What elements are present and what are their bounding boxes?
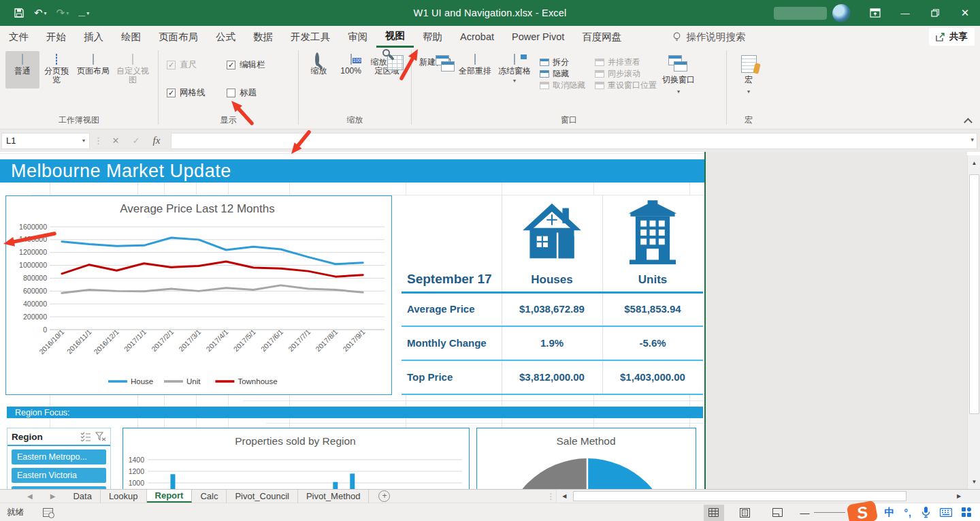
ribbon-tab-插入[interactable]: 插入 <box>75 26 112 48</box>
checkbox-编辑栏[interactable]: ✓编辑栏 <box>227 59 292 71</box>
window-button-冻结窗格[interactable]: 冻结窗格 ▾ <box>495 51 534 101</box>
row-label[interactable]: Monthly Change <box>407 337 499 349</box>
houses-value[interactable]: 1.9% <box>502 337 602 349</box>
ribbon-tab-数据[interactable]: 数据 <box>244 26 282 48</box>
share-button[interactable]: 共享 <box>929 28 975 46</box>
horizontal-scrollbar[interactable]: ◀ ▶ <box>556 490 980 503</box>
window-small-button-拆分[interactable]: 拆分 <box>540 57 585 68</box>
clear-filter-icon[interactable] <box>95 432 106 441</box>
checkbox-icon[interactable] <box>227 89 235 97</box>
houses-header[interactable]: Houses <box>502 273 602 287</box>
collapse-ribbon-button[interactable] <box>964 116 972 125</box>
ribbon-tab-文件[interactable]: 文件 <box>0 26 37 48</box>
prev-sheet-icon[interactable]: ◀ <box>27 492 33 500</box>
zoom-button-100%[interactable]: 100% <box>335 51 367 80</box>
avatar[interactable] <box>832 4 851 22</box>
slicer-item-2[interactable]: Eastern Victoria <box>12 468 106 483</box>
ime-language-toggle[interactable]: 中 <box>885 506 895 519</box>
row-label[interactable]: Average Price <box>407 303 499 315</box>
close-button[interactable]: ✕ <box>950 0 980 26</box>
properties-sold-chart[interactable]: Properties sold by Region140012001000 <box>122 428 470 489</box>
zoom-button-缩放到选定区域[interactable]: 缩放到选定区域 <box>367 51 407 80</box>
average-price-chart[interactable]: Average Price Last 12 Months020000040000… <box>5 195 392 395</box>
houses-value[interactable]: $3,812,000.00 <box>502 371 602 383</box>
view-button-普通[interactable]: 普通 <box>5 51 39 89</box>
ime-menu-grid-icon[interactable] <box>962 507 972 518</box>
scroll-right-icon[interactable]: ▶ <box>953 490 965 502</box>
row-label[interactable]: Top Price <box>407 371 499 383</box>
sheet-tab-Pivot_Council[interactable]: Pivot_Council <box>227 490 298 503</box>
switch-windows-button[interactable]: 切换窗口▾ <box>659 51 698 101</box>
zoom-slider[interactable] <box>814 512 845 514</box>
minimize-button[interactable]: — <box>890 0 920 26</box>
units-value[interactable]: $581,853.94 <box>602 303 703 315</box>
sale-method-chart[interactable]: Sale Method <box>476 428 696 489</box>
units-header[interactable]: Units <box>602 273 703 287</box>
view-button-分页预览[interactable]: 分页预览 <box>39 51 74 89</box>
ime-punctuation-toggle[interactable]: °, <box>904 507 913 518</box>
tab-scroll-splitter[interactable]: ⋮ <box>546 490 553 503</box>
window-button-新建窗口[interactable]: 新建窗口 <box>416 51 455 101</box>
sheet-tab-Data[interactable]: Data <box>65 490 100 503</box>
worksheet-area[interactable]: Melbourne Market Update Average Price La… <box>0 152 980 489</box>
units-value[interactable]: $1,403,000.00 <box>602 371 703 383</box>
page-break-view-button[interactable] <box>768 505 788 521</box>
ribbon-tab-审阅[interactable]: 审阅 <box>339 26 376 48</box>
houses-value[interactable]: $1,038,672.89 <box>502 303 602 315</box>
formula-bar-resize-handle[interactable]: ⋮ <box>94 136 101 146</box>
ribbon-tab-绘图[interactable]: 绘图 <box>112 26 150 48</box>
period-label[interactable]: September 17 <box>407 272 492 287</box>
multi-select-icon[interactable] <box>80 432 91 441</box>
window-small-button-隐藏[interactable]: 隐藏 <box>540 68 585 80</box>
microphone-icon[interactable] <box>921 507 930 518</box>
checkbox-icon[interactable]: ✓ <box>167 61 176 69</box>
ribbon-tab-视图[interactable]: 视图 <box>376 26 414 48</box>
sheet-tab-Lookup[interactable]: Lookup <box>101 490 147 503</box>
checkbox-网格线[interactable]: ✓网格线 <box>167 87 227 99</box>
next-sheet-icon[interactable]: ▶ <box>50 492 56 500</box>
ribbon-tab-公式[interactable]: 公式 <box>207 26 244 48</box>
horizontal-scroll-thumb[interactable] <box>573 491 906 501</box>
window-button-全部重排[interactable]: 全部重排 <box>455 51 495 101</box>
vertical-scrollbar[interactable]: ▲ ▼ <box>967 155 980 489</box>
sheet-tab-Calc[interactable]: Calc <box>192 490 227 503</box>
scroll-left-icon[interactable]: ◀ <box>558 490 570 502</box>
macro-record-icon[interactable] <box>43 508 53 517</box>
name-box[interactable]: L1 ▾ <box>1 133 90 149</box>
macros-button[interactable]: 宏▾ <box>732 51 766 100</box>
new-sheet-button[interactable]: + <box>378 490 390 502</box>
scroll-up-icon[interactable]: ▲ <box>968 155 980 170</box>
view-button-页面布局[interactable]: 页面布局 <box>74 51 113 89</box>
sheet-tab-Pivot_Method[interactable]: Pivot_Method <box>298 490 370 503</box>
checkbox-标题[interactable]: 标题 <box>227 87 292 99</box>
sheet-tab-Report[interactable]: Report <box>147 490 193 503</box>
ribbon-tab-Acrobat[interactable]: Acrobat <box>451 26 503 48</box>
zoom-out-icon[interactable]: — <box>800 507 810 518</box>
ribbon-tab-百度网盘[interactable]: 百度网盘 <box>573 26 630 48</box>
scroll-down-icon[interactable]: ▼ <box>968 474 980 489</box>
cancel-entry-icon[interactable]: ✕ <box>105 136 126 146</box>
tell-me-search[interactable]: 操作说明搜索 <box>672 31 745 44</box>
checkbox-icon[interactable]: ✓ <box>167 89 176 97</box>
checkbox-icon[interactable]: ✓ <box>227 61 235 69</box>
insert-function-icon[interactable]: fx <box>146 135 167 146</box>
keyboard-icon[interactable] <box>940 508 952 517</box>
region-slicer[interactable]: Region Eastern Metropo...Eastern Victori… <box>7 428 111 489</box>
units-value[interactable]: -5.6% <box>602 337 703 349</box>
ribbon-display-options-icon[interactable] <box>860 0 890 26</box>
expand-formula-bar-icon[interactable]: ▾ <box>970 136 974 143</box>
ribbon-tab-帮助[interactable]: 帮助 <box>414 26 451 48</box>
vertical-scroll-thumb[interactable] <box>969 174 979 414</box>
slicer-item-1[interactable]: Eastern Metropo... <box>12 449 106 464</box>
zoom-button-缩放[interactable]: 缩放 <box>303 51 335 80</box>
normal-view-button[interactable] <box>704 505 724 521</box>
sogou-ime-logo[interactable]: S <box>848 503 877 521</box>
enter-entry-icon[interactable]: ✓ <box>126 136 146 146</box>
restore-button[interactable] <box>920 0 950 26</box>
formula-input[interactable]: ▾ <box>171 133 977 149</box>
ribbon-tab-开始[interactable]: 开始 <box>37 26 75 48</box>
page-layout-view-button[interactable] <box>735 505 755 521</box>
name-box-dropdown-icon[interactable]: ▾ <box>82 138 85 144</box>
ribbon-tab-页面布局[interactable]: 页面布局 <box>150 26 207 48</box>
ribbon-tab-开发工具[interactable]: 开发工具 <box>282 26 339 48</box>
